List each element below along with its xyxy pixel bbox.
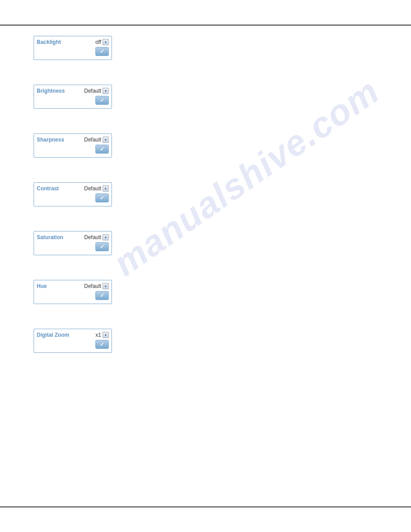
dropdown-arrow-contrast[interactable]: ▾	[103, 185, 109, 192]
confirm-button-backlight[interactable]	[95, 47, 109, 56]
setting-label-contrast: Contrast	[37, 185, 59, 192]
settings-container: Backlight off ▾ Brightness Default ▾	[34, 36, 112, 378]
setting-label-hue: Hue	[37, 283, 47, 289]
watermark: manualshive.com	[106, 70, 387, 284]
dropdown-arrow-hue[interactable]: ▾	[103, 283, 109, 289]
setting-select-row-hue: Default ▾	[84, 283, 109, 289]
bottom-border	[0, 506, 411, 507]
dropdown-arrow-backlight[interactable]: ▾	[103, 39, 109, 45]
setting-value-backlight: off	[95, 39, 101, 45]
setting-block-backlight: Backlight off ▾	[34, 36, 112, 60]
setting-select-row-brightness: Default ▾	[84, 88, 109, 94]
confirm-button-contrast[interactable]	[95, 193, 109, 202]
setting-value-brightness: Default	[84, 88, 101, 94]
setting-box-backlight: Backlight off ▾	[34, 36, 112, 60]
setting-value-sharpness: Default	[84, 137, 101, 143]
setting-block-digital-zoom: Digital Zoom x1 ▾	[34, 329, 112, 353]
confirm-button-hue[interactable]	[95, 291, 109, 300]
setting-box-digital-zoom: Digital Zoom x1 ▾	[34, 329, 112, 353]
setting-block-saturation: Saturation Default ▾	[34, 231, 112, 255]
setting-block-contrast: Contrast Default ▾	[34, 182, 112, 206]
setting-value-contrast: Default	[84, 185, 101, 192]
confirm-button-sharpness[interactable]	[95, 145, 109, 154]
dropdown-arrow-saturation[interactable]: ▾	[103, 234, 109, 240]
setting-label-digital-zoom: Digital Zoom	[37, 332, 69, 338]
setting-box-saturation: Saturation Default ▾	[34, 231, 112, 255]
setting-block-hue: Hue Default ▾	[34, 280, 112, 304]
setting-select-row-sharpness: Default ▾	[84, 137, 109, 143]
setting-box-contrast: Contrast Default ▾	[34, 182, 112, 206]
setting-top-row-contrast: Contrast Default ▾	[37, 185, 109, 192]
confirm-button-digital-zoom[interactable]	[95, 340, 109, 349]
setting-select-row-digital-zoom: x1 ▾	[95, 332, 109, 338]
setting-block-brightness: Brightness Default ▾	[34, 85, 112, 109]
setting-label-backlight: Backlight	[37, 39, 61, 45]
setting-box-sharpness: Sharpness Default ▾	[34, 133, 112, 158]
setting-label-saturation: Saturation	[37, 234, 63, 240]
confirm-button-brightness[interactable]	[95, 96, 109, 105]
dropdown-arrow-digital-zoom[interactable]: ▾	[103, 332, 109, 338]
setting-select-row-contrast: Default ▾	[84, 185, 109, 192]
setting-value-hue: Default	[84, 283, 101, 289]
top-border	[0, 25, 411, 26]
dropdown-arrow-brightness[interactable]: ▾	[103, 88, 109, 94]
setting-box-hue: Hue Default ▾	[34, 280, 112, 304]
setting-block-sharpness: Sharpness Default ▾	[34, 133, 112, 158]
dropdown-arrow-sharpness[interactable]: ▾	[103, 137, 109, 143]
setting-top-row-backlight: Backlight off ▾	[37, 39, 109, 45]
setting-top-row-digital-zoom: Digital Zoom x1 ▾	[37, 332, 109, 338]
confirm-button-saturation[interactable]	[95, 242, 109, 251]
setting-select-row-saturation: Default ▾	[84, 234, 109, 240]
setting-top-row-brightness: Brightness Default ▾	[37, 88, 109, 94]
setting-label-sharpness: Sharpness	[37, 137, 64, 143]
setting-value-saturation: Default	[84, 234, 101, 240]
setting-value-digital-zoom: x1	[95, 332, 101, 338]
setting-top-row-hue: Hue Default ▾	[37, 283, 109, 289]
setting-top-row-sharpness: Sharpness Default ▾	[37, 137, 109, 143]
setting-box-brightness: Brightness Default ▾	[34, 85, 112, 109]
setting-select-row-backlight: off ▾	[95, 39, 109, 45]
setting-label-brightness: Brightness	[37, 88, 65, 94]
setting-top-row-saturation: Saturation Default ▾	[37, 234, 109, 240]
